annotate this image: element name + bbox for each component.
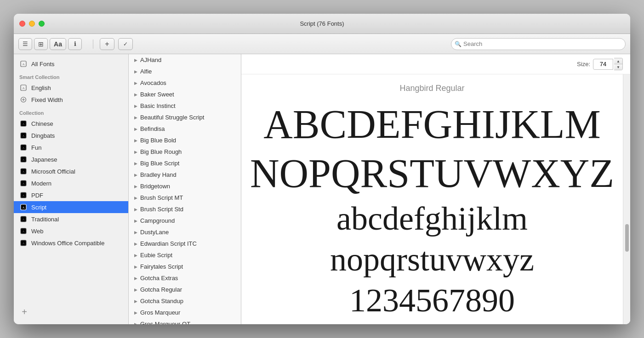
vertical-scrollbar[interactable] [623, 74, 630, 324]
toolbar-view-controls: ☰ ⊞ Aa ℹ [18, 38, 82, 50]
font-item-label: AJHand [140, 56, 161, 63]
expand-triangle-icon: ▶ [134, 104, 137, 108]
enable-fonts-button[interactable]: ✓ [118, 38, 133, 50]
font-list-item[interactable]: ▶Big Blue Rough [129, 146, 241, 158]
sidebar-item-script[interactable]: A Script [14, 201, 128, 213]
maximize-button[interactable] [39, 21, 45, 27]
expand-triangle-icon: ▶ [134, 184, 137, 189]
sidebar-item-microsoft-official[interactable]: A Microsoft Official [14, 165, 128, 177]
font-list-item[interactable]: ▶Big Blue Script [129, 158, 241, 169]
font-list-item[interactable]: ▶Gros Marqueur [129, 307, 241, 318]
titlebar: Script (76 Fonts) [14, 14, 630, 34]
font-list-item[interactable]: ▶AJHand [129, 54, 241, 66]
preview-text-area: Hangbird Regular ABCDEFGHIJKLM NOPQRSTUV… [241, 74, 623, 324]
font-list-item[interactable]: ▶Edwardian Script ITC [129, 238, 241, 249]
size-label: Size: [577, 61, 590, 68]
font-list-item[interactable]: ▶Alfie [129, 66, 241, 77]
minimize-button[interactable] [29, 21, 35, 27]
windows-office-label: Windows Office Compatible [31, 240, 104, 247]
font-list-item[interactable]: ▶Baker Sweet [129, 89, 241, 100]
font-item-label: Basic Instinct [140, 102, 176, 109]
japanese-label: Japanese [31, 156, 57, 163]
search-input[interactable] [451, 38, 626, 50]
traditional-icon: A [19, 215, 28, 223]
grid-toggle-button[interactable]: ⊞ [34, 38, 48, 50]
font-list-item[interactable]: ▶Big Blue Bold [129, 135, 241, 146]
sidebar-item-modern[interactable]: A Modern [14, 177, 128, 189]
expand-triangle-icon: ▶ [134, 242, 137, 246]
font-list-item[interactable]: ▶Befindisa [129, 123, 241, 135]
font-list-item[interactable]: ▶Campground [129, 215, 241, 226]
english-label: English [31, 84, 51, 91]
font-list-item[interactable]: ▶Basic Instinct [129, 100, 241, 112]
font-list-item[interactable]: ▶Bradley Hand [129, 169, 241, 180]
add-collection-button[interactable]: + [100, 38, 114, 50]
font-list-item[interactable]: ▶Fairytales Script [129, 261, 241, 272]
font-list-item[interactable]: ▶DustyLane [129, 226, 241, 238]
expand-triangle-icon: ▶ [134, 265, 137, 269]
font-list-item[interactable]: ▶Gotcha Standup [129, 295, 241, 307]
info-button[interactable]: ℹ [68, 38, 82, 50]
font-item-label: Beautiful Struggle Script [140, 114, 204, 121]
font-item-label: Eubie Script [140, 252, 172, 259]
svg-text:A: A [22, 194, 24, 197]
expand-triangle-icon: ▶ [134, 276, 137, 281]
collection-header: Collection [14, 106, 128, 118]
expand-triangle-icon: ▶ [134, 230, 137, 235]
font-list-item[interactable]: ▶Brush Script Std [129, 203, 241, 215]
web-icon: A [19, 227, 28, 235]
font-list-item[interactable]: ▶Gros Marqueur OT [129, 318, 241, 324]
svg-text:A: A [22, 170, 24, 174]
font-item-label: Bridgetown [140, 183, 170, 190]
traditional-label: Traditional [31, 216, 59, 223]
toolbar: ☰ ⊞ Aa ℹ + ✓ 🔍 [14, 34, 630, 54]
font-item-label: Alfie [140, 68, 152, 75]
sidebar-footer: + [14, 303, 128, 321]
font-item-label: Avocados [140, 79, 166, 86]
size-decrement-button[interactable]: ▼ [614, 64, 622, 70]
sidebar-item-traditional[interactable]: A Traditional [14, 213, 128, 225]
close-button[interactable] [19, 21, 25, 27]
sidebar-item-windows-office[interactable]: A Windows Office Compatible [14, 237, 128, 249]
font-item-label: Big Blue Bold [140, 137, 176, 144]
font-list-item[interactable]: ▶Eubie Script [129, 249, 241, 261]
size-increment-button[interactable]: ▲ [614, 58, 622, 64]
size-input[interactable] [593, 59, 613, 70]
add-collection-footer-button[interactable]: + [19, 307, 29, 317]
expand-triangle-icon: ▶ [134, 253, 137, 258]
sidebar-item-all-fonts[interactable]: A All Fonts [14, 58, 128, 70]
sidebar-item-pdf[interactable]: A PDF [14, 189, 128, 201]
expand-triangle-icon: ▶ [134, 92, 137, 97]
sidebar-item-fixed-width[interactable]: Fixed Width [14, 94, 128, 106]
toolbar-divider [93, 39, 93, 49]
font-item-label: Gotcha Regular [140, 286, 182, 293]
font-item-label: Brush Script MT [140, 194, 183, 201]
sidebar-icon: ☰ [23, 40, 28, 47]
font-preview-button[interactable]: Aa [50, 38, 66, 50]
sidebar-item-web[interactable]: A Web [14, 225, 128, 237]
font-list-item[interactable]: ▶Bridgetown [129, 180, 241, 192]
expand-triangle-icon: ▶ [134, 173, 137, 177]
font-list-item[interactable]: ▶Gotcha Regular [129, 284, 241, 295]
all-fonts-icon: A [19, 60, 28, 68]
sidebar: A All Fonts Smart Collection A English [14, 54, 129, 324]
preview-lowercase-line2: nopqrstuvwxyz [330, 242, 534, 278]
font-list-item[interactable]: ▶Gotcha Extras [129, 272, 241, 284]
font-list-item[interactable]: ▶Beautiful Struggle Script [129, 112, 241, 123]
expand-triangle-icon: ▶ [134, 310, 137, 315]
expand-triangle-icon: ▶ [134, 219, 137, 223]
chinese-label: Chinese [31, 120, 53, 127]
sidebar-item-dingbats[interactable]: A Dingbats [14, 130, 128, 141]
font-list-item[interactable]: ▶Brush Script MT [129, 192, 241, 203]
sidebar-item-fun[interactable]: A Fun [14, 141, 128, 153]
sidebar-item-chinese[interactable]: A Chinese [14, 118, 128, 130]
sidebar-toggle-button[interactable]: ☰ [18, 38, 32, 50]
expand-triangle-icon: ▶ [134, 207, 137, 212]
expand-triangle-icon: ▶ [134, 58, 137, 62]
expand-triangle-icon: ▶ [134, 150, 137, 154]
modern-icon: A [19, 179, 28, 187]
sidebar-item-japanese[interactable]: A Japanese [14, 153, 128, 165]
expand-triangle-icon: ▶ [134, 196, 137, 200]
sidebar-item-english[interactable]: A English [14, 82, 128, 94]
font-list-item[interactable]: ▶Avocados [129, 77, 241, 89]
